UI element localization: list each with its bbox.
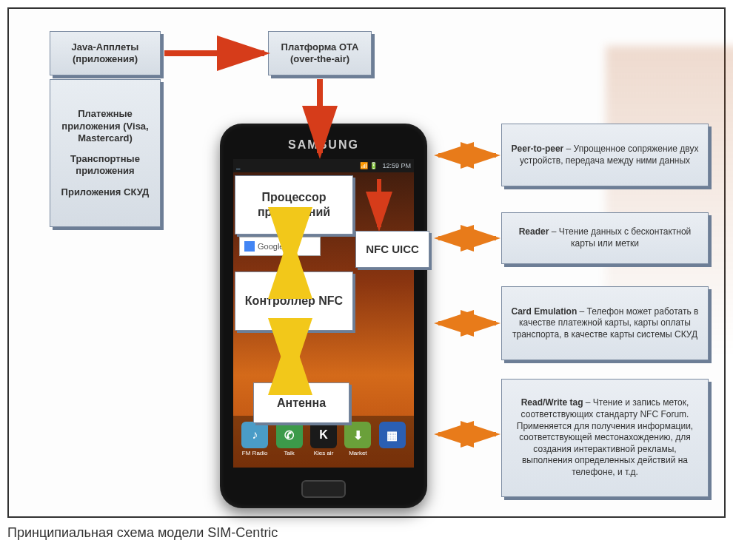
box-ota-platform: Платформа OTA (over-the-air) xyxy=(268,31,372,75)
dock-app-Kies air: KKies air xyxy=(308,422,339,462)
status-time: 12:59 PM xyxy=(382,162,411,169)
box-applications-list: Платежные приложения (Visa, Mastercard) … xyxy=(50,79,161,227)
label: Java-Апплеты (приложения) xyxy=(55,41,155,66)
google-icon xyxy=(244,241,255,252)
app-label: FM Radio xyxy=(242,450,268,456)
title: Card Emulation xyxy=(512,306,578,317)
text: – Чтение и запись меток, соответствующих… xyxy=(517,397,693,477)
box-nfc-controller: Контроллер NFC xyxy=(235,271,353,331)
box-reader: Reader – Чтение данных с бесконтактной к… xyxy=(501,212,709,264)
status-icon-left: ⎯ xyxy=(236,162,240,169)
box-peer-to-peer: Peer-to-peer – Упрощенное сопряжение дву… xyxy=(501,124,709,186)
app-icon: K xyxy=(310,422,337,448)
box-read-write-tag: Read/Write tag – Чтение и запись меток, … xyxy=(501,379,709,497)
app-label: Kies air xyxy=(314,450,334,456)
dock-app-FM Radio: ♪FM Radio xyxy=(239,422,270,462)
text: – Чтение данных с бесконтактной карты ил… xyxy=(549,226,691,249)
line2: Транспортные приложения xyxy=(55,153,155,178)
line2: (over-the-air) xyxy=(290,53,349,65)
dock-app-Market: ⬇Market xyxy=(342,422,373,462)
app-icon: ▦ xyxy=(379,422,406,448)
phone-statusbar: ⎯ 📶 🔋 12:59 PM xyxy=(233,159,414,172)
label: Процессор приложений xyxy=(240,190,348,220)
box-antenna: Антенна xyxy=(253,382,349,423)
label: Контроллер NFC xyxy=(245,294,343,308)
title: Reader xyxy=(519,226,549,237)
phone-google-search: Google xyxy=(239,237,321,256)
phone-dock: ♪FM Radio✆TalkKKies air⬇Market▦ xyxy=(233,416,414,468)
app-icon: ✆ xyxy=(276,422,303,448)
line1: Платформа OTA xyxy=(281,41,359,53)
title: Peer-to-peer xyxy=(512,144,564,154)
app-label: Market xyxy=(349,450,366,456)
app-label: Talk xyxy=(284,450,294,456)
phone-home-button xyxy=(301,480,346,498)
dock-app-Talk: ✆Talk xyxy=(274,422,305,462)
diagram-frame: Java-Апплеты (приложения) Платежные прил… xyxy=(7,7,726,518)
app-icon: ♪ xyxy=(241,422,268,448)
google-label: Google xyxy=(258,242,284,251)
box-nfc-uicc: NFC UICC xyxy=(355,231,429,268)
line1: Платежные приложения (Visa, Mastercard) xyxy=(55,108,155,144)
box-java-applets: Java-Апплеты (приложения) xyxy=(50,31,161,75)
app-icon: ⬇ xyxy=(344,422,371,448)
box-application-processor: Процессор приложений xyxy=(235,175,353,235)
title: Read/Write tag xyxy=(521,397,583,408)
dock-app-apps: ▦ xyxy=(377,422,408,462)
label: NFC UICC xyxy=(366,243,419,257)
diagram-caption: Принципиальная схема модели SIM-Centric xyxy=(7,525,278,541)
label: Антенна xyxy=(277,396,326,411)
line3: Приложения СКУД xyxy=(61,186,150,198)
box-card-emulation: Card Emulation – Телефон может работать … xyxy=(501,286,709,360)
status-icons: 📶 🔋 xyxy=(360,162,378,169)
phone-brand: SAMSUNG xyxy=(220,138,427,152)
